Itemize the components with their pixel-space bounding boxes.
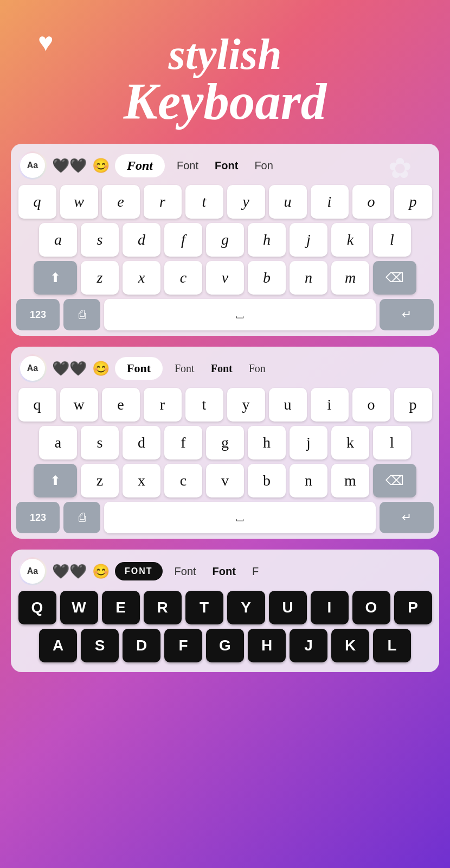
key-e-2[interactable]: e [102, 388, 140, 422]
key-u-2[interactable]: u [269, 388, 307, 422]
key-v-2[interactable]: v [206, 464, 244, 497]
key-j-1[interactable]: j [290, 223, 327, 257]
font-tab-plain-2[interactable]: Font [168, 358, 201, 379]
key-u-1[interactable]: u [269, 185, 307, 219]
key-a-3[interactable]: A [39, 629, 77, 662]
key-i-1[interactable]: i [311, 185, 349, 219]
emoji-button-1[interactable]: 😊 [92, 157, 110, 174]
key-t-2[interactable]: t [185, 388, 223, 422]
key-r-2[interactable]: r [144, 388, 182, 422]
key-u-3[interactable]: U [269, 591, 307, 624]
key-m-1[interactable]: m [331, 261, 369, 295]
key-h-1[interactable]: h [248, 223, 286, 257]
font-tab-truncated-3[interactable]: F [246, 561, 265, 582]
return-button-2[interactable]: ↵ [380, 502, 434, 533]
aa-button-3[interactable]: Aa [18, 557, 47, 585]
key-o-2[interactable]: o [352, 388, 390, 422]
share-button-1[interactable]: ⎙ [63, 299, 100, 330]
font-tab-bold-3[interactable]: Font [208, 561, 240, 582]
key-y-2[interactable]: y [227, 388, 265, 422]
font-tab-selected-2[interactable]: Font [115, 357, 163, 380]
key-g-3[interactable]: G [206, 629, 244, 662]
key-d-3[interactable]: D [123, 629, 160, 662]
key-i-3[interactable]: I [311, 591, 349, 624]
key-e-3[interactable]: E [102, 591, 140, 624]
aa-button-2[interactable]: Aa [18, 354, 47, 382]
key-p-1[interactable]: p [394, 185, 432, 219]
key-d-1[interactable]: d [123, 223, 160, 257]
font-tab-plain-3[interactable]: Font [168, 561, 203, 582]
key-h-3[interactable]: H [248, 629, 286, 662]
emoji-button-3[interactable]: 😊 [92, 563, 110, 580]
share-button-2[interactable]: ⎙ [63, 502, 100, 533]
key-q-1[interactable]: q [18, 185, 56, 219]
key-x-1[interactable]: x [123, 261, 160, 295]
key-l-2[interactable]: l [373, 426, 411, 459]
key-o-1[interactable]: o [352, 185, 390, 219]
emoji-button-2[interactable]: 😊 [92, 360, 110, 377]
font-tab-selected-1[interactable]: Font [115, 154, 165, 177]
key-q-3[interactable]: Q [18, 591, 56, 624]
key-c-2[interactable]: c [164, 464, 202, 497]
font-tab-bold-2[interactable]: Font [207, 358, 237, 379]
key-t-1[interactable]: t [185, 185, 223, 219]
key-s-1[interactable]: s [81, 223, 119, 257]
key-y-1[interactable]: y [227, 185, 265, 219]
key-k-2[interactable]: k [331, 426, 369, 459]
key-m-2[interactable]: m [331, 464, 369, 497]
key-b-2[interactable]: b [248, 464, 286, 497]
key-x-2[interactable]: x [123, 464, 160, 497]
key-b-1[interactable]: b [248, 261, 286, 295]
key-w-2[interactable]: w [60, 388, 98, 422]
num-button-1[interactable]: 123 [16, 299, 60, 330]
key-j-3[interactable]: J [290, 629, 327, 662]
hearts-button-3[interactable]: 🖤🖤 [52, 563, 87, 580]
key-w-1[interactable]: w [60, 185, 98, 219]
font-tab-selected-3[interactable]: FONT [115, 562, 163, 580]
hearts-button-2[interactable]: 🖤🖤 [52, 360, 87, 377]
key-a-1[interactable]: a [39, 223, 77, 257]
key-e-1[interactable]: e [102, 185, 140, 219]
key-h-2[interactable]: h [248, 426, 286, 459]
key-n-2[interactable]: n [290, 464, 327, 497]
key-a-2[interactable]: a [39, 426, 77, 459]
key-f-1[interactable]: f [164, 223, 202, 257]
backspace-button-2[interactable]: ⌫ [373, 464, 416, 497]
key-l-1[interactable]: l [373, 223, 411, 257]
key-l-3[interactable]: L [373, 629, 411, 662]
key-c-1[interactable]: c [164, 261, 202, 295]
key-z-1[interactable]: z [81, 261, 119, 295]
key-g-1[interactable]: g [206, 223, 244, 257]
key-v-1[interactable]: v [206, 261, 244, 295]
font-tab-truncated-2[interactable]: Fon [242, 358, 272, 379]
key-y-3[interactable]: Y [227, 591, 265, 624]
key-r-1[interactable]: r [144, 185, 182, 219]
key-t-3[interactable]: T [185, 591, 223, 624]
space-button-2[interactable]: ⎵ [104, 502, 376, 533]
key-f-3[interactable]: F [164, 629, 202, 662]
key-o-3[interactable]: O [352, 591, 390, 624]
shift-button-1[interactable]: ⬆ [34, 261, 77, 295]
font-tab-plain-1[interactable]: Font [170, 155, 205, 176]
key-f-2[interactable]: f [164, 426, 202, 459]
backspace-button-1[interactable]: ⌫ [373, 261, 416, 295]
key-i-2[interactable]: i [311, 388, 349, 422]
key-g-2[interactable]: g [206, 426, 244, 459]
font-tab-bold-1[interactable]: Font [210, 155, 242, 176]
key-j-2[interactable]: j [290, 426, 327, 459]
key-n-1[interactable]: n [290, 261, 327, 295]
key-p-2[interactable]: p [394, 388, 432, 422]
shift-button-2[interactable]: ⬆ [34, 464, 77, 497]
space-button-1[interactable]: ⎵ [104, 299, 376, 330]
aa-button-1[interactable]: Aa [18, 151, 47, 180]
key-q-2[interactable]: q [18, 388, 56, 422]
key-k-3[interactable]: K [331, 629, 369, 662]
hearts-button-1[interactable]: 🖤🖤 [52, 157, 87, 174]
font-tab-truncated-1[interactable]: Fon [248, 155, 279, 176]
num-button-2[interactable]: 123 [16, 502, 60, 533]
key-p-3[interactable]: P [394, 591, 432, 624]
return-button-1[interactable]: ↵ [380, 299, 434, 330]
key-w-3[interactable]: W [60, 591, 98, 624]
key-r-3[interactable]: R [144, 591, 182, 624]
key-z-2[interactable]: z [81, 464, 119, 497]
